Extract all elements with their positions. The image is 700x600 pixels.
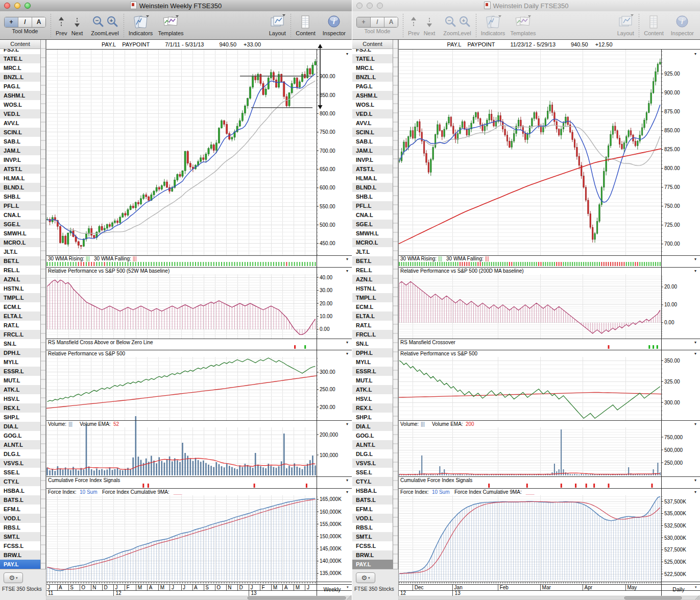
sidebar-item-BLND.L[interactable]: BLND.L — [352, 183, 393, 192]
sidebar-item-REL.L[interactable]: REL.L — [352, 266, 393, 275]
sidebar-item-HSV.L[interactable]: HSV.L — [352, 394, 393, 403]
sidebar-item-FRCL.L[interactable]: FRCL.L — [0, 330, 40, 339]
next-button[interactable]: Next — [71, 14, 83, 36]
sidebar-item-VOD.L[interactable]: VOD.L — [0, 514, 40, 523]
sidebar-item-PAG.L[interactable]: PAG.L — [0, 82, 40, 91]
sidebar-item-HSTN.L[interactable]: HSTN.L — [352, 284, 393, 293]
panel-disclosure-triangle[interactable]: ▾ — [694, 340, 696, 345]
sidebar-item-CNA.L[interactable]: CNA.L — [0, 210, 40, 220]
sidebar-item-AZN.L[interactable]: AZN.L — [0, 275, 40, 284]
sidebar-item-VED.L[interactable]: VED.L — [352, 109, 393, 118]
sidebar-item-VSVS.L[interactable]: VSVS.L — [0, 459, 40, 468]
sidebar-item-RBS.L[interactable]: RBS.L — [0, 523, 40, 532]
sidebar-item-INVP.L[interactable]: INVP.L — [0, 155, 40, 164]
sidebar-item-MYI.L[interactable]: MYI.L — [0, 357, 40, 367]
panel-disclosure-triangle[interactable]: ▾ — [346, 269, 348, 273]
sidebar-item-MYI.L[interactable]: MYI.L — [352, 357, 393, 367]
sidebar-item-DIA.L[interactable]: DIA.L — [0, 422, 40, 431]
sidebar-item-SHB.L[interactable]: SHB.L — [0, 192, 40, 201]
sidebar-item-HLMA.L[interactable]: HLMA.L — [0, 174, 40, 183]
content-button[interactable]: Content — [644, 14, 664, 36]
sidebar-item-REX.L[interactable]: REX.L — [0, 403, 40, 413]
sidebar-item-RBS.L[interactable]: RBS.L — [352, 523, 393, 532]
sidebar-item-ATST.L[interactable]: ATST.L — [352, 164, 393, 174]
sidebar-item-DLG.L[interactable]: DLG.L — [0, 449, 40, 459]
sidebar-item-TATE.L[interactable]: TATE.L — [0, 54, 40, 63]
templates-button[interactable]: Templates — [158, 14, 183, 36]
tool-mode-crosshair[interactable]: + — [5, 17, 18, 27]
sidebar-item-SMT.L[interactable]: SMT.L — [0, 532, 40, 541]
sidebar-item-DPH.L[interactable]: DPH.L — [0, 348, 40, 357]
scrollbar-thumb[interactable] — [624, 597, 682, 599]
sidebar-scrollbar[interactable] — [393, 40, 398, 569]
panel-disclosure-triangle[interactable]: ▾ — [694, 351, 696, 356]
sidebar-item-SN.L[interactable]: SN.L — [352, 339, 393, 348]
sidebar-item-SHP.L[interactable]: SHP.L — [352, 413, 393, 422]
sidebar-item-ELTA.L[interactable]: ELTA.L — [0, 311, 40, 321]
sidebar-item-TATE.L[interactable]: TATE.L — [352, 54, 393, 63]
sidebar-item-DPH.L[interactable]: DPH.L — [352, 348, 393, 357]
panel-disclosure-triangle[interactable]: ▾ — [694, 52, 696, 56]
period-dropdown[interactable]: Weekly — [323, 586, 341, 592]
zoom-level-button[interactable]: +Level — [457, 14, 471, 36]
panel-disclosure-triangle[interactable]: ▾ — [346, 340, 348, 345]
titlebar[interactable]: Weinstein Daily FTSE350 — [352, 0, 700, 12]
sidebar-item-SSE.L[interactable]: SSE.L — [0, 468, 40, 477]
sidebar-item-MRC.L[interactable]: MRC.L — [352, 63, 393, 73]
sidebar-item-BATS.L[interactable]: BATS.L — [352, 495, 393, 505]
layout-button[interactable]: Layout — [617, 14, 634, 36]
sidebar-item-SGE.L[interactable]: SGE.L — [352, 220, 393, 229]
inspector-button[interactable]: iInspector — [323, 14, 346, 36]
panel-disclosure-triangle[interactable]: ▾ — [694, 422, 696, 426]
sidebar-item-PAY.L[interactable]: PAY.L — [352, 560, 393, 569]
panel-disclosure-triangle[interactable]: ▾ — [346, 351, 348, 356]
sidebar-item-HSTN.L[interactable]: HSTN.L — [0, 284, 40, 293]
sidebar-item-MRC.L[interactable]: MRC.L — [0, 63, 40, 73]
sidebar-item-HSBA.L[interactable]: HSBA.L — [0, 486, 40, 495]
sidebar-item-FCSS.L[interactable]: FCSS.L — [352, 541, 393, 550]
sidebar-item-RAT.L[interactable]: RAT.L — [0, 321, 40, 330]
sidebar-item-INVP.L[interactable]: INVP.L — [352, 155, 393, 164]
sidebar-item-MUT.L[interactable]: MUT.L — [352, 376, 393, 385]
sidebar-item-SMWH.L[interactable]: SMWH.L — [352, 229, 393, 238]
sidebar-item-BLND.L[interactable]: BLND.L — [0, 183, 40, 192]
panel-disclosure-triangle[interactable]: ▾ — [346, 478, 348, 483]
indicators-button[interactable]: Indicators — [481, 14, 505, 36]
sidebar-item-RAT.L[interactable]: RAT.L — [352, 321, 393, 330]
panel-disclosure-triangle[interactable]: ▾ — [346, 422, 348, 426]
sidebar-item-PAY.L[interactable]: PAY.L — [0, 560, 40, 569]
sidebar-item-EFM.L[interactable]: EFM.L — [352, 505, 393, 514]
sidebar-item-SAB.L[interactable]: SAB.L — [352, 137, 393, 146]
sidebar-item-CNA.L[interactable]: CNA.L — [352, 210, 393, 220]
indicators-button[interactable]: Indicators — [129, 14, 153, 36]
sidebar-item-AZN.L[interactable]: AZN.L — [352, 275, 393, 284]
sidebar-item-BET.L[interactable]: BET.L — [0, 256, 40, 266]
sidebar-item-TMPL.L[interactable]: TMPL.L — [352, 293, 393, 302]
sidebar-item-CTY.L[interactable]: CTY.L — [352, 477, 393, 486]
tool-mode-crosshair[interactable]: + — [357, 17, 371, 27]
sidebar-item-ELTA.L[interactable]: ELTA.L — [352, 311, 393, 321]
zoom-out-button[interactable]: −Zoom — [443, 14, 457, 36]
zoom-level-button[interactable]: +Level — [105, 14, 118, 36]
sidebar-item-SMWH.L[interactable]: SMWH.L — [0, 229, 40, 238]
sidebar-item-BNZL.L[interactable]: BNZL.L — [352, 73, 393, 82]
sidebar-item-SHB.L[interactable]: SHB.L — [352, 192, 393, 201]
panel-disclosure-triangle[interactable]: ▾ — [346, 490, 348, 494]
prev-button[interactable]: Prev — [56, 14, 67, 36]
sidebar-item-MUT.L[interactable]: MUT.L — [0, 376, 40, 385]
sidebar-item-WOS.L[interactable]: WOS.L — [352, 100, 393, 109]
sidebar-item-DIA.L[interactable]: DIA.L — [352, 422, 393, 431]
symbol-list[interactable]: FSJ.LTATE.LMRC.LBNZL.LPAG.LASHM.LWOS.LVE… — [0, 45, 41, 569]
tool-mode-text[interactable]: A — [32, 17, 45, 27]
sidebar-item-HSV.L[interactable]: HSV.L — [0, 394, 40, 403]
sidebar-item-SSE.L[interactable]: SSE.L — [352, 468, 393, 477]
sidebar-item-SAB.L[interactable]: SAB.L — [0, 137, 40, 146]
sidebar-item-AVV.L[interactable]: AVV.L — [0, 118, 40, 128]
sidebar-item-PFL.L[interactable]: PFL.L — [0, 201, 40, 210]
content-actions-button[interactable]: ⚙▾ — [4, 572, 23, 583]
panel-disclosure-triangle[interactable]: ▾ — [346, 52, 348, 56]
sidebar-item-ALNT.L[interactable]: ALNT.L — [352, 440, 393, 449]
sidebar-item-PAG.L[interactable]: PAG.L — [352, 82, 393, 91]
next-button[interactable]: Next — [424, 14, 436, 36]
sidebar-item-FCSS.L[interactable]: FCSS.L — [0, 541, 40, 550]
